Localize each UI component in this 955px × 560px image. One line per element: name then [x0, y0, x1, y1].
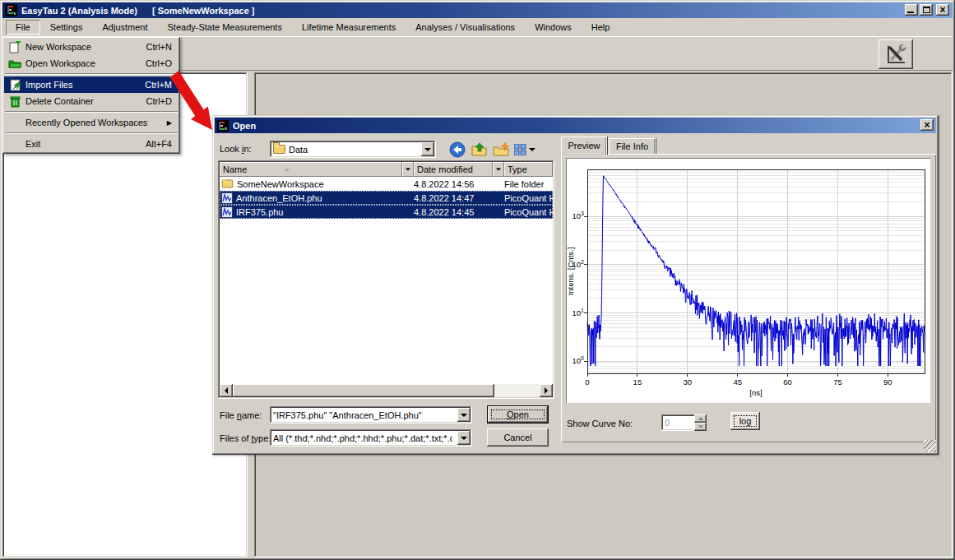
back-button[interactable] — [447, 141, 467, 158]
file-row-irf375[interactable]: IRF375.phu 4.8.2022 14:45 PicoQuant H — [220, 205, 553, 219]
svg-text:100: 100 — [573, 355, 585, 365]
file-row-anthracen-etoh[interactable]: Anthracen_EtOH.phu 4.8.2022 14:47 PicoQu… — [220, 191, 553, 205]
file-list-horizontal-scrollbar[interactable] — [220, 384, 553, 397]
minimize-button[interactable] — [905, 4, 918, 16]
file-list-header: Name Date modified Type — [220, 162, 553, 177]
cancel-button[interactable]: Cancel — [487, 428, 549, 447]
chevron-down-icon — [424, 148, 431, 151]
curve-number-spinner[interactable]: 0 — [661, 414, 707, 431]
svg-text:101: 101 — [573, 308, 585, 317]
file-list: Name Date modified Type SomeNewWorkspace… — [218, 160, 554, 399]
log-scale-toggle-button[interactable]: log — [730, 412, 760, 430]
folder-icon — [273, 145, 285, 154]
menu-separator — [5, 73, 178, 75]
create-new-folder-button[interactable] — [491, 141, 511, 158]
file-name-value: "IRF375.phu" "Anthracen_EtOH.phu" — [273, 410, 452, 420]
dialog-close-button[interactable]: × — [920, 119, 934, 131]
column-filter-button-date[interactable] — [493, 162, 504, 177]
scrollbar-track[interactable] — [494, 384, 540, 397]
menu-adjustment[interactable]: Adjustment — [92, 20, 157, 35]
menu-separator — [5, 132, 178, 134]
column-header-name[interactable]: Name — [220, 162, 402, 177]
column-header-date-modified[interactable]: Date modified — [414, 162, 493, 177]
arrow-right-icon — [545, 387, 548, 394]
chevron-down-icon — [461, 437, 467, 440]
menu-windows[interactable]: Windows — [525, 20, 582, 35]
curve-number-value[interactable]: 0 — [661, 414, 696, 431]
minimize-icon — [907, 12, 914, 13]
chevron-down-icon — [461, 414, 467, 417]
look-in-label: Look in: — [220, 144, 252, 154]
up-one-level-button[interactable] — [470, 141, 489, 158]
menu-item-delete-container[interactable]: Delete Container Ctrl+D — [4, 93, 178, 109]
open-file-dialog: τ Open × Look in: Data — [212, 115, 939, 455]
close-icon: × — [924, 119, 930, 131]
menu-item-new-workspace[interactable]: New Workspace Ctrl+N — [4, 39, 178, 55]
menu-help[interactable]: Help — [582, 20, 620, 35]
look-in-dropdown-button[interactable] — [421, 142, 434, 156]
tools-icon — [884, 43, 907, 66]
scrollbar-thumb[interactable] — [233, 384, 494, 397]
chevron-down-icon — [496, 168, 501, 170]
menu-item-import-files[interactable]: Import Files Ctrl+M — [4, 76, 178, 93]
menu-settings[interactable]: Settings — [40, 20, 93, 35]
new-folder-icon — [493, 142, 509, 157]
folder-icon — [222, 180, 234, 188]
menu-steady-state-measurements[interactable]: Steady-State Measurements — [158, 20, 292, 35]
open-button[interactable]: Open — [487, 405, 549, 423]
open-workspace-icon — [4, 58, 25, 68]
tab-file-info[interactable]: File Info — [609, 138, 656, 155]
tab-preview[interactable]: Preview — [561, 137, 608, 155]
menu-item-exit[interactable]: Exit Alt+F4 — [4, 136, 178, 152]
files-of-type-value: All (*.thd;*.nhd;*.phd;*.hhd;*.phu;*.dat… — [273, 433, 452, 443]
svg-text:75: 75 — [833, 377, 842, 386]
svg-text:90: 90 — [883, 377, 892, 386]
sort-ascending-icon — [285, 168, 290, 171]
adjustment-tools-button[interactable] — [879, 39, 913, 69]
menubar: File Settings Adjustment Steady-State Me… — [2, 18, 953, 36]
menu-item-open-workspace[interactable]: Open Workspace Ctrl+O — [4, 55, 178, 72]
file-name-combobox[interactable]: "IRF375.phu" "Anthracen_EtOH.phu" — [270, 406, 472, 423]
scroll-right-button[interactable] — [540, 384, 553, 397]
column-header-type[interactable]: Type — [504, 162, 553, 177]
arrow-up-icon — [698, 417, 703, 420]
file-name-label: File name: — [220, 410, 262, 420]
dialog-title: Open — [233, 121, 256, 131]
close-button[interactable]: × — [936, 4, 949, 16]
files-of-type-dropdown-button[interactable] — [457, 431, 471, 445]
menu-item-recently-opened-workspaces[interactable]: Recently Opened Workspaces ▶ — [4, 114, 178, 131]
dialog-titlebar: τ Open × — [215, 118, 936, 133]
menu-lifetime-measurements[interactable]: Lifetime Measurements — [292, 20, 406, 35]
back-icon — [449, 141, 466, 158]
column-filter-button-name[interactable] — [402, 162, 414, 177]
look-in-value: Data — [289, 145, 416, 155]
svg-text:30: 30 — [683, 377, 692, 386]
svg-text:103: 103 — [573, 211, 585, 220]
phu-file-icon — [221, 206, 233, 218]
spinner-down-button[interactable] — [694, 423, 707, 431]
scroll-left-button[interactable] — [220, 384, 233, 397]
maximize-button[interactable] — [920, 4, 933, 16]
file-menu-popup: New Workspace Ctrl+N Open Workspace Ctrl… — [2, 37, 180, 154]
delete-container-icon — [4, 95, 25, 108]
views-menu-button[interactable] — [512, 141, 538, 158]
svg-text:0: 0 — [585, 377, 589, 386]
preview-chart: 0153045607590100101102103[ns]Intens. [Cn… — [566, 158, 930, 403]
window-title-workspace: [ SomeNewWorkspace ] — [152, 6, 255, 16]
red-annotation-arrow — [169, 71, 220, 137]
files-of-type-combobox[interactable]: All (*.thd;*.nhd;*.phd;*.hhd;*.phu;*.dat… — [270, 429, 472, 447]
file-name-dropdown-button[interactable] — [457, 408, 471, 422]
arrow-down-icon — [698, 425, 702, 428]
decay-curve-chart: 0153045607590100101102103[ns]Intens. [Cn… — [566, 158, 930, 403]
spinner-up-button[interactable] — [694, 414, 707, 423]
show-curve-label: Show Curve No: — [567, 419, 633, 428]
window-controls: × — [903, 4, 949, 16]
file-row-somenewworkspace[interactable]: SomeNewWorkspace 4.8.2022 14:56 File fol… — [220, 177, 553, 191]
svg-text:60: 60 — [783, 377, 792, 386]
menu-file[interactable]: File — [6, 20, 40, 35]
menu-analyses-visualisations[interactable]: Analyses / Visualisations — [406, 20, 525, 35]
dialog-resize-grip[interactable] — [924, 440, 936, 452]
look-in-combobox[interactable]: Data — [270, 141, 436, 158]
easytau-main-window: τ EasyTau 2 (Analysis Mode) [ SomeNewWor… — [0, 0, 955, 560]
window-titlebar: τ EasyTau 2 (Analysis Mode) [ SomeNewWor… — [2, 2, 953, 18]
